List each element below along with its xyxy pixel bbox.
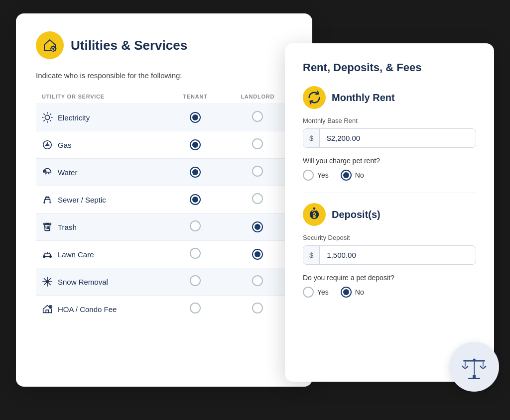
tenant-radio-cell[interactable] — [168, 186, 223, 213]
table-row: Gas — [36, 131, 292, 159]
landlord-radio[interactable] — [252, 138, 263, 149]
landlord-radio[interactable] — [252, 166, 263, 177]
svg-line-5 — [44, 114, 44, 114]
landlord-radio[interactable] — [252, 275, 263, 286]
utility-table: UTILITY OR SERVICE TENANT LANDLORD Elect… — [36, 90, 292, 322]
table-row: Trash — [36, 213, 292, 241]
utilities-icon-circle — [36, 31, 64, 59]
landlord-radio-cell[interactable] — [223, 268, 292, 296]
tenant-radio[interactable] — [190, 139, 201, 150]
hoa-icon — [42, 304, 53, 315]
tenant-radio[interactable] — [190, 167, 201, 178]
tenant-radio-cell[interactable] — [168, 296, 223, 323]
svg-rect-30 — [474, 360, 475, 375]
pet-deposit-yes-label: Yes — [317, 288, 329, 296]
house-gear-icon — [42, 37, 58, 53]
deposits-title: Deposit(s) — [332, 209, 381, 220]
pet-rent-question: Will you charge pet rent? — [303, 157, 476, 165]
col-header-landlord: LANDLORD — [223, 90, 292, 104]
landlord-radio-cell[interactable] — [223, 159, 292, 186]
utilities-card: Utilities & Services Indicate who is res… — [16, 13, 312, 387]
landlord-radio-cell[interactable] — [223, 131, 292, 159]
trash-icon — [42, 221, 53, 232]
landlord-radio[interactable] — [252, 303, 263, 314]
table-row: Snow Removal — [36, 268, 292, 296]
balance-scale-icon — [459, 352, 489, 382]
lawn-icon — [42, 249, 53, 260]
pet-rent-yes-label: Yes — [317, 171, 329, 179]
snow-icon — [42, 276, 53, 287]
utility-name: Water — [42, 167, 162, 178]
landlord-radio[interactable] — [252, 111, 263, 122]
pet-deposit-radio-group: Yes No — [303, 287, 476, 298]
utility-name-cell: Trash — [36, 213, 168, 241]
utility-name: Lawn Care — [42, 249, 162, 260]
table-row: Lawn Care — [36, 241, 292, 268]
deposits-icon-circle — [303, 203, 326, 226]
currency-symbol-deposit: $ — [303, 246, 320, 264]
utility-name-cell: Sewer / Septic — [36, 186, 168, 213]
utility-name: Sewer / Septic — [42, 194, 162, 205]
utility-name-cell: Water — [36, 159, 168, 186]
landlord-radio-cell[interactable] — [223, 186, 292, 213]
landlord-radio[interactable] — [252, 221, 263, 232]
deposits-header: Deposit(s) — [303, 203, 476, 226]
security-deposit-input-group: $ — [303, 245, 476, 265]
base-rent-input[interactable] — [320, 129, 476, 147]
landlord-radio-cell[interactable] — [223, 213, 292, 241]
col-header-utility: UTILITY OR SERVICE — [36, 90, 168, 104]
col-header-tenant: TENANT — [168, 90, 223, 104]
balance-icon-circle — [449, 342, 499, 392]
tenant-radio-cell[interactable] — [168, 213, 223, 241]
tenant-radio[interactable] — [190, 303, 201, 314]
base-rent-input-group: $ — [303, 128, 476, 148]
base-rent-label: Monthly Base Rent — [303, 117, 476, 124]
table-row: Water — [36, 159, 292, 186]
tenant-radio-cell[interactable] — [168, 131, 223, 159]
landlord-radio-cell[interactable] — [223, 241, 292, 268]
landlord-radio[interactable] — [252, 193, 263, 204]
monthly-rent-icon-circle — [303, 86, 326, 109]
pet-deposit-yes-option[interactable]: Yes — [303, 287, 329, 298]
tenant-radio[interactable] — [190, 194, 201, 205]
security-deposit-label: Security Deposit — [303, 234, 476, 241]
gas-icon — [42, 139, 53, 150]
landlord-radio[interactable] — [252, 249, 263, 260]
landlord-radio-cell[interactable] — [223, 104, 292, 131]
pet-rent-no-option[interactable]: No — [341, 170, 364, 181]
tenant-radio[interactable] — [190, 112, 201, 123]
pet-deposit-no-option[interactable]: No — [341, 287, 364, 298]
utility-name-cell: Electricity — [36, 104, 168, 131]
landlord-radio-cell[interactable] — [223, 296, 292, 323]
svg-line-9 — [44, 120, 44, 121]
pet-deposit-yes-radio[interactable] — [303, 287, 314, 298]
sewer-icon — [42, 194, 53, 205]
pet-rent-yes-radio[interactable] — [303, 170, 314, 181]
svg-point-34 — [473, 359, 476, 361]
utility-name: Electricity — [42, 112, 162, 123]
tenant-radio-cell[interactable] — [168, 241, 223, 268]
tenant-radio-cell[interactable] — [168, 268, 223, 296]
tenant-radio[interactable] — [190, 220, 201, 231]
electricity-icon — [42, 112, 53, 123]
svg-rect-29 — [468, 378, 480, 379]
utility-name-cell: Lawn Care — [36, 241, 168, 268]
tenant-radio[interactable] — [190, 275, 201, 286]
svg-line-6 — [50, 120, 51, 121]
svg-point-2 — [45, 115, 49, 119]
tenant-radio[interactable] — [190, 248, 201, 259]
pet-deposit-no-radio[interactable] — [341, 287, 352, 298]
tenant-radio-cell[interactable] — [168, 104, 223, 131]
svg-point-27 — [313, 208, 316, 210]
currency-symbol-rent: $ — [303, 129, 320, 147]
table-row: Electricity — [36, 104, 292, 131]
rent-deposits-card: Rent, Deposits, & Fees Monthly Rent Mont… — [285, 43, 494, 382]
tenant-radio-cell[interactable] — [168, 159, 223, 186]
svg-line-10 — [50, 114, 51, 114]
pet-deposit-no-label: No — [355, 288, 364, 296]
pet-rent-yes-option[interactable]: Yes — [303, 170, 329, 181]
right-card-title: Rent, Deposits, & Fees — [303, 61, 476, 74]
security-deposit-input[interactable] — [320, 246, 476, 264]
pet-rent-no-radio[interactable] — [341, 170, 352, 181]
card-title: Utilities & Services — [71, 38, 187, 53]
